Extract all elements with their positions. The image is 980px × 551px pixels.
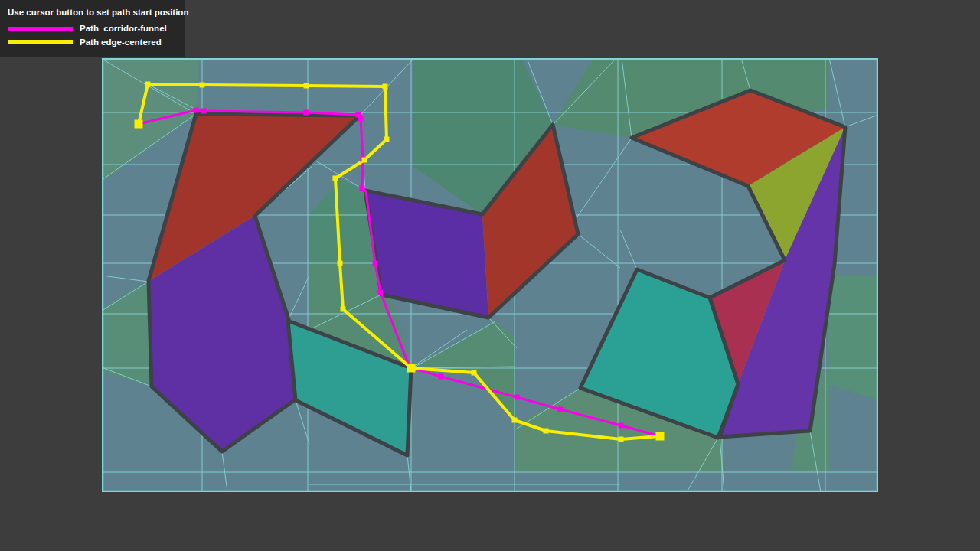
path-waypoint-marker bbox=[373, 261, 378, 266]
path-waypoint-marker bbox=[304, 83, 309, 89]
path-waypoint-marker bbox=[145, 82, 151, 87]
path-waypoint-marker bbox=[333, 176, 338, 181]
legend-item-corridor-funnel: Path corridor-funnel bbox=[8, 21, 176, 35]
path-waypoint-marker bbox=[358, 116, 364, 122]
path-waypoint-marker bbox=[383, 84, 388, 90]
path-waypoint-marker bbox=[341, 307, 346, 312]
path-waypoint-marker bbox=[304, 110, 309, 116]
path-waypoint-marker bbox=[338, 261, 343, 266]
path-waypoint-marker bbox=[619, 437, 624, 442]
path-start-marker bbox=[135, 120, 143, 129]
path-waypoint-marker bbox=[514, 395, 520, 400]
navmesh-canvas[interactable] bbox=[102, 58, 878, 492]
path-waypoint-marker bbox=[201, 109, 207, 114]
navmesh-canvas-wrap bbox=[102, 58, 878, 492]
legend-panel: Use cursor button to set path start posi… bbox=[0, 0, 185, 57]
mesh-cell bbox=[828, 276, 878, 400]
path-corridor-funnel-swatch bbox=[8, 27, 73, 31]
path-waypoint-marker bbox=[384, 137, 390, 142]
path-waypoint-marker bbox=[544, 429, 549, 434]
path-waypoint-marker bbox=[360, 186, 365, 191]
path-waypoint-marker bbox=[362, 158, 368, 163]
path-waypoint-marker bbox=[512, 418, 518, 423]
path-waypoint-marker bbox=[558, 407, 564, 412]
path-waypoint-marker bbox=[439, 374, 444, 380]
path-waypoint-marker bbox=[619, 423, 624, 429]
path-waypoint-marker bbox=[194, 108, 199, 113]
legend-item-label: Path edge-centered bbox=[80, 37, 162, 47]
path-waypoint-marker bbox=[200, 83, 205, 88]
path-end-marker bbox=[656, 432, 665, 441]
path-waypoint-marker bbox=[472, 370, 477, 376]
app-window: Use cursor button to set path start posi… bbox=[0, 0, 980, 551]
path-edge-centered-swatch bbox=[8, 40, 73, 44]
legend-item-edge-centered: Path edge-centered bbox=[8, 35, 176, 49]
legend-item-label: Path corridor-funnel bbox=[80, 24, 167, 33]
path-waypoint-marker bbox=[378, 290, 384, 295]
path-junction-marker bbox=[407, 364, 416, 373]
legend-title: Use cursor button to set path start posi… bbox=[8, 7, 176, 18]
